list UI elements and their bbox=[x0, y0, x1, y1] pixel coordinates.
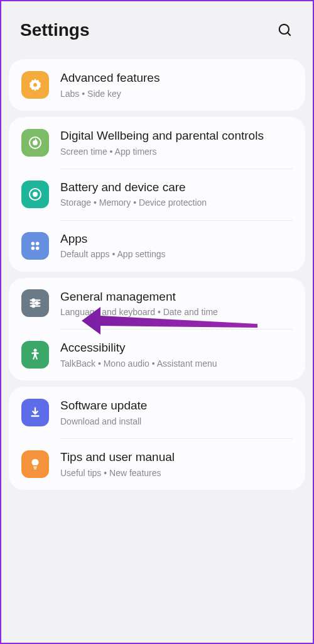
settings-item-general-management[interactable]: General management Language and keyboard… bbox=[9, 278, 305, 330]
svg-point-15 bbox=[32, 305, 35, 308]
svg-point-6 bbox=[31, 242, 35, 245]
item-text: Software update Download and install bbox=[60, 398, 293, 427]
item-subtitle: Storage • Memory • Device protection bbox=[60, 197, 293, 208]
item-subtitle: Language and keyboard • Date and time bbox=[60, 306, 293, 318]
page-title: Settings bbox=[20, 20, 89, 40]
svg-point-14 bbox=[36, 303, 38, 305]
item-text: Apps Default apps • App settings bbox=[60, 231, 293, 260]
item-title: Advanced features bbox=[60, 70, 293, 86]
svg-rect-18 bbox=[34, 468, 36, 469]
general-management-icon bbox=[21, 289, 49, 317]
battery-care-icon bbox=[21, 180, 49, 208]
item-title: Battery and device care bbox=[60, 180, 293, 196]
item-text: Advanced features Labs • Side key bbox=[60, 70, 293, 99]
accessibility-icon bbox=[21, 341, 49, 369]
settings-item-software-update[interactable]: Software update Download and install bbox=[9, 387, 305, 438]
item-text: Accessibility TalkBack • Mono audio • As… bbox=[60, 340, 293, 369]
search-icon bbox=[277, 22, 293, 38]
item-text: Digital Wellbeing and parental controls … bbox=[60, 128, 293, 157]
item-subtitle: Default apps • App settings bbox=[60, 248, 293, 260]
settings-item-apps[interactable]: Apps Default apps • App settings bbox=[9, 220, 305, 272]
item-subtitle: Labs • Side key bbox=[60, 88, 293, 99]
item-text: Tips and user manual Useful tips • New f… bbox=[60, 450, 293, 479]
svg-point-16 bbox=[34, 349, 37, 352]
settings-item-battery-device-care[interactable]: Battery and device care Storage • Memory… bbox=[9, 169, 305, 220]
svg-point-2 bbox=[33, 83, 37, 87]
settings-item-advanced-features[interactable]: Advanced features Labs • Side key bbox=[9, 59, 305, 111]
svg-point-5 bbox=[33, 192, 37, 196]
settings-group: Advanced features Labs • Side key bbox=[9, 59, 305, 111]
item-title: General management bbox=[60, 289, 293, 305]
settings-group: General management Language and keyboard… bbox=[9, 278, 305, 381]
item-title: Software update bbox=[60, 398, 293, 414]
svg-point-8 bbox=[31, 246, 35, 250]
svg-line-1 bbox=[288, 33, 291, 36]
item-title: Digital Wellbeing and parental controls bbox=[60, 128, 293, 144]
search-button[interactable] bbox=[274, 19, 296, 42]
item-text: General management Language and keyboard… bbox=[60, 289, 293, 318]
item-text: Battery and device care Storage • Memory… bbox=[60, 180, 293, 209]
svg-point-13 bbox=[32, 299, 35, 302]
software-update-icon bbox=[21, 399, 49, 426]
apps-icon bbox=[21, 232, 49, 260]
item-subtitle: Useful tips • New features bbox=[60, 467, 293, 479]
svg-point-7 bbox=[36, 242, 39, 245]
digital-wellbeing-icon bbox=[21, 129, 49, 157]
item-title: Tips and user manual bbox=[60, 450, 293, 465]
settings-item-digital-wellbeing[interactable]: Digital Wellbeing and parental controls … bbox=[9, 117, 305, 169]
settings-group: Software update Download and install Tip… bbox=[9, 387, 305, 490]
advanced-features-icon bbox=[21, 71, 49, 99]
settings-item-accessibility[interactable]: Accessibility TalkBack • Mono audio • As… bbox=[9, 329, 305, 380]
svg-rect-17 bbox=[33, 467, 37, 468]
item-title: Accessibility bbox=[60, 340, 293, 356]
settings-item-tips-manual[interactable]: Tips and user manual Useful tips • New f… bbox=[9, 438, 305, 490]
header: Settings bbox=[1, 1, 313, 53]
item-title: Apps bbox=[60, 231, 293, 247]
tips-icon bbox=[21, 450, 49, 478]
item-subtitle: Download and install bbox=[60, 416, 293, 427]
item-subtitle: Screen time • App timers bbox=[60, 146, 293, 157]
svg-point-0 bbox=[279, 25, 289, 34]
settings-group: Digital Wellbeing and parental controls … bbox=[9, 117, 305, 272]
svg-point-9 bbox=[36, 246, 39, 250]
item-subtitle: TalkBack • Mono audio • Assistant menu bbox=[60, 358, 293, 369]
